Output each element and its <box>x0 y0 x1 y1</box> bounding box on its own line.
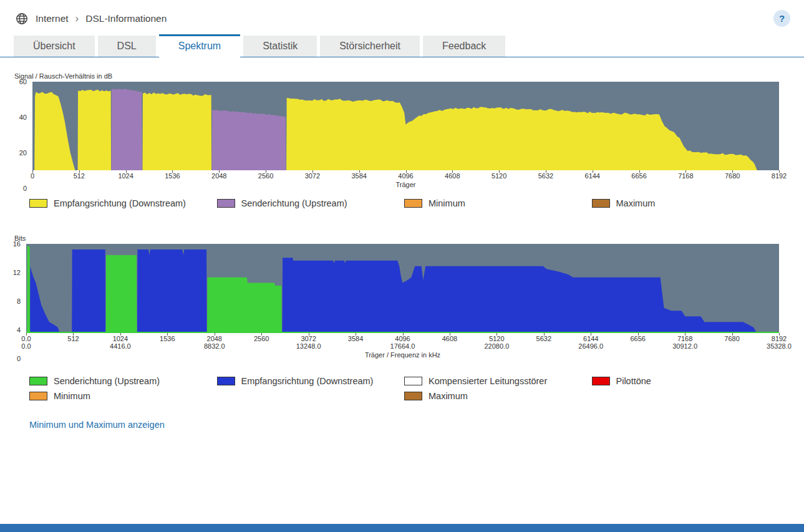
bits-chart-title: Bits <box>14 235 779 242</box>
tab-feedback[interactable]: Feedback <box>423 36 505 57</box>
legend-swatch <box>29 199 47 208</box>
legend-label: Minimum <box>429 198 465 208</box>
series-empfangsrichtung-downstream <box>30 266 60 333</box>
snr-x-axis: 0512102415362048256030723584409646085120… <box>32 170 779 180</box>
legend-item: Senderichtung (Upstream) <box>217 198 405 208</box>
y-tick-label: 16 <box>13 240 21 248</box>
x-tick-label: 5120 <box>492 172 506 180</box>
tab-uebersicht[interactable]: Übersicht <box>14 36 95 57</box>
y-tick-label: 0 <box>23 185 27 192</box>
series-empfangsrichtung-downstream <box>282 258 757 333</box>
tab-dsl[interactable]: DSL <box>98 36 156 57</box>
freq-tick-label: 26496.0 <box>578 342 603 350</box>
x-tick-label: 6144 <box>585 172 600 180</box>
legend-label: Kompensierter Leitungsstörer <box>429 376 547 386</box>
y-tick-label: 12 <box>13 269 21 276</box>
series-empfangsrichtung-downstream <box>78 90 111 170</box>
show-minmax-link[interactable]: Minimum und Maximum anzeigen <box>29 420 165 430</box>
snr-plot-svg <box>32 82 779 170</box>
snr-legend: Empfangsrichtung (Downstream)Senderichtu… <box>29 198 779 208</box>
series-empfangsrichtung-downstream <box>34 92 75 170</box>
legend-item: Maximum <box>592 198 780 208</box>
x-tick-label: 2048 <box>207 335 222 342</box>
x-tick-label: 4096 <box>398 172 413 180</box>
x-tick-label: 2560 <box>254 335 269 342</box>
legend-label: Maximum <box>616 198 656 208</box>
x-tick-label: 4608 <box>445 172 460 180</box>
x-tick-label: 5120 <box>489 335 504 342</box>
x-tick-label: 2048 <box>211 172 226 180</box>
legend-item: Maximum <box>404 391 592 401</box>
freq-tick-label: 35328.0 <box>767 342 792 350</box>
x-tick-label: 1536 <box>160 335 175 342</box>
header: Internet › DSL-Informationen ? <box>0 0 804 34</box>
x-tick-label: 1536 <box>165 172 180 180</box>
footer-bar <box>0 524 804 532</box>
x-tick-label: 7168 <box>677 335 692 342</box>
tab-statistik[interactable]: Statistik <box>243 36 317 57</box>
legend-item: Minimum <box>404 198 592 208</box>
snr-plot <box>32 82 779 170</box>
dsl-informationen-page: Internet › DSL-Informationen ? Übersicht… <box>0 0 804 532</box>
x-tick-label: 512 <box>67 335 79 342</box>
legend-item: Senderichtung (Upstream) <box>29 376 217 386</box>
help-button[interactable]: ? <box>773 10 790 27</box>
legend-label: Senderichtung (Upstream) <box>241 198 347 208</box>
legend-item: Empfangsrichtung (Downstream) <box>29 198 217 208</box>
x-tick-label: 6656 <box>630 335 645 342</box>
bits-chart-block: Bits 0481216 0.0512102415362048256030723… <box>14 235 779 401</box>
legend-swatch <box>29 377 47 385</box>
series-senderichtung-upstream <box>207 278 282 333</box>
x-tick-label: 7680 <box>725 172 740 180</box>
freq-tick-label: 13248.0 <box>296 342 321 350</box>
legend-swatch <box>404 392 422 400</box>
y-tick-label: 20 <box>19 149 27 157</box>
x-tick-label: 5632 <box>538 172 553 180</box>
legend-label: Minimum <box>54 391 90 401</box>
tab-bar: Übersicht DSL Spektrum Statistik Störsic… <box>0 34 804 57</box>
x-tick-label: 3584 <box>351 172 366 180</box>
x-tick-label: 6144 <box>583 335 598 342</box>
freq-tick-label: 4416.0 <box>110 342 131 350</box>
legend-label: Empfangsrichtung (Downstream) <box>241 376 374 386</box>
bits-frequency-axis: 0.04416.08832.013248.017664.022080.02649… <box>26 342 779 350</box>
series-senderichtung-upstream <box>106 255 137 333</box>
breadcrumb: Internet › DSL-Informationen <box>15 12 167 26</box>
legend-item: Minimum <box>29 391 217 401</box>
bits-plot <box>26 244 779 333</box>
legend-item: Empfangsrichtung (Downstream) <box>217 376 405 386</box>
legend-label: Senderichtung (Upstream) <box>54 376 160 386</box>
x-tick-label: 3072 <box>305 172 320 180</box>
x-tick-label: 512 <box>74 172 85 180</box>
tab-spektrum[interactable]: Spektrum <box>159 34 240 57</box>
x-tick-label: 5632 <box>536 335 551 342</box>
freq-tick-label: 30912.0 <box>672 342 697 350</box>
main-content: Signal / Rausch-Verhältnis in dB 0204060… <box>0 57 804 430</box>
bits-plot-svg <box>26 244 779 333</box>
legend-label: Empfangsrichtung (Downstream) <box>54 198 186 208</box>
legend-swatch <box>404 377 422 385</box>
breadcrumb-item-internet[interactable]: Internet <box>36 13 69 24</box>
legend-swatch <box>29 392 47 400</box>
legend-swatch <box>217 377 235 385</box>
legend-swatch <box>592 199 610 208</box>
snr-chart-title: Signal / Rausch-Verhältnis in dB <box>14 72 779 80</box>
x-tick-label: 3584 <box>348 335 363 342</box>
series-senderichtung-upstream <box>112 89 142 170</box>
x-tick-label: 8192 <box>772 335 787 342</box>
x-tick-label: 4608 <box>442 335 457 342</box>
y-tick-label: 40 <box>19 114 27 121</box>
x-tick-label: 3072 <box>301 335 316 342</box>
y-tick-label: 8 <box>17 297 21 305</box>
series-empfangsrichtung-downstream <box>143 92 212 170</box>
bits-x-axis: 0.05121024153620482560307235844096460851… <box>26 333 779 342</box>
tab-stoersicherheit[interactable]: Störsicherheit <box>320 36 420 57</box>
freq-tick-label: 8832.0 <box>204 342 225 350</box>
globe-icon <box>15 12 29 26</box>
x-tick-label: 2560 <box>258 172 273 180</box>
series-empfangsrichtung-downstream <box>286 98 757 170</box>
freq-tick-label: 22080.0 <box>484 342 509 350</box>
legend-label: Maximum <box>429 391 468 401</box>
bits-x-axis-label: Träger / Frequenz in kHz <box>26 351 779 359</box>
breadcrumb-item-dsl-informationen: DSL-Informationen <box>85 13 167 24</box>
